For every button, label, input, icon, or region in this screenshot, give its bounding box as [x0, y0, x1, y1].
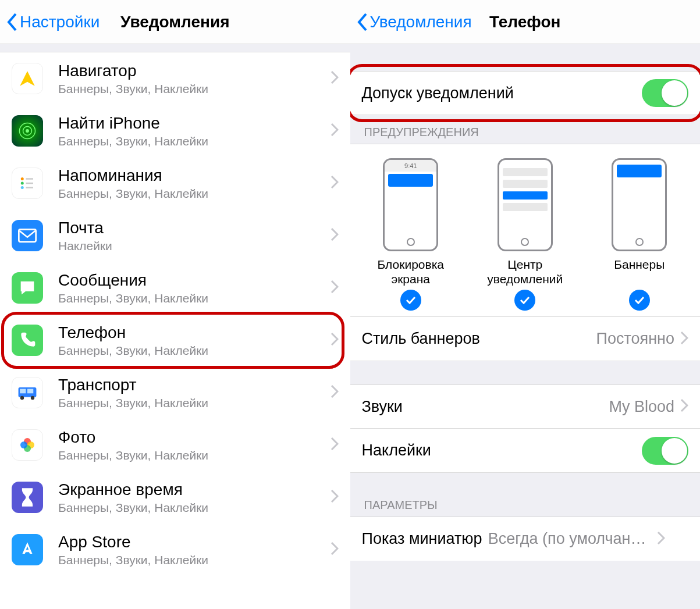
chevron-right-icon [331, 384, 339, 401]
app-row-phone[interactable]: Телефон Баннеры, Звуки, Наклейки [0, 314, 350, 366]
app-subtitle: Баннеры, Звуки, Наклейки [58, 396, 331, 410]
chevron-right-icon [331, 437, 339, 453]
svg-point-13 [20, 396, 24, 400]
alert-type-label: Блокировка экрана [358, 257, 463, 286]
back-label: Уведомления [370, 13, 472, 31]
checkmark-icon[interactable] [514, 290, 535, 311]
app-name: Телефон [58, 323, 331, 343]
svg-rect-9 [19, 229, 35, 241]
app-subtitle: Баннеры, Звуки, Наклейки [58, 501, 331, 515]
transport-icon [12, 377, 43, 408]
alert-type-lock[interactable]: 9:41 Блокировка экрана [358, 158, 463, 311]
app-row-transport[interactable]: Транспорт Баннеры, Звуки, Наклейки [0, 366, 350, 419]
alerts-header: ПРЕДУПРЕЖДЕНИЯ [350, 115, 701, 144]
back-button[interactable]: Настройки [6, 12, 100, 32]
app-name: Фото [58, 428, 331, 447]
app-subtitle: Баннеры, Звуки, Наклейки [58, 448, 331, 462]
reminders-icon [12, 168, 43, 199]
badges-cell[interactable]: Наклейки [350, 429, 701, 473]
sounds-value: My Blood [609, 398, 674, 416]
alert-preview-icon: 9:41 [383, 158, 438, 251]
svg-rect-12 [27, 389, 33, 394]
svg-point-2 [26, 129, 29, 133]
messages-icon [12, 272, 43, 304]
app-subtitle: Баннеры, Звуки, Наклейки [58, 187, 331, 201]
photos-icon [12, 429, 43, 461]
app-subtitle: Баннеры, Звуки, Наклейки [58, 553, 331, 567]
app-name: Напоминания [58, 166, 331, 186]
nav-bar: Уведомления Телефон [350, 0, 701, 44]
banner-style-cell[interactable]: Стиль баннеров Постоянно [350, 316, 701, 361]
chevron-right-icon [331, 123, 339, 139]
sounds-cell[interactable]: Звуки My Blood [350, 384, 701, 429]
previews-label: Показ миниатюр [362, 530, 482, 548]
page-title: Уведомления [120, 13, 229, 31]
previews-cell[interactable]: Показ миниатюр Всегда (по умолчани... [350, 517, 701, 561]
chevron-right-icon [680, 398, 688, 415]
appstore-icon [12, 534, 43, 565]
app-subtitle: Баннеры, Звуки, Наклейки [58, 344, 331, 358]
chevron-right-icon [331, 332, 339, 348]
chevron-right-icon [331, 70, 339, 87]
notifications-list-pane: Настройки Уведомления Навигатор Баннеры,… [0, 0, 350, 609]
chevron-right-icon [331, 542, 339, 558]
app-name: App Store [58, 532, 331, 552]
allow-label: Допуск уведомлений [362, 84, 642, 102]
app-row-messages[interactable]: Сообщения Баннеры, Звуки, Наклейки [0, 262, 350, 314]
svg-point-3 [21, 177, 24, 180]
svg-rect-11 [20, 389, 26, 394]
app-row-appstore[interactable]: App Store Баннеры, Звуки, Наклейки [0, 523, 350, 576]
app-row-navigator[interactable]: Навигатор Баннеры, Звуки, Наклейки [0, 52, 350, 105]
app-row-find[interactable]: Найти iPhone Баннеры, Звуки, Наклейки [0, 105, 350, 157]
chevron-left-icon [6, 12, 19, 32]
app-name: Сообщения [58, 270, 331, 290]
badges-label: Наклейки [362, 441, 642, 460]
nav-bar: Настройки Уведомления [0, 0, 350, 44]
app-name: Найти iPhone [58, 113, 331, 133]
options-header: ПАРАМЕТРЫ [350, 473, 701, 517]
checkmark-icon[interactable] [400, 290, 421, 311]
back-label: Настройки [20, 13, 100, 31]
alert-type-label: Баннеры [614, 257, 665, 286]
alert-type-label: Центр уведомлений [472, 257, 577, 286]
phone-notifications-pane: Уведомления Телефон Допуск уведомлений П… [350, 0, 701, 609]
chevron-right-icon [657, 531, 665, 547]
app-row-mail[interactable]: Почта Наклейки [0, 209, 350, 262]
alert-preview-icon [498, 158, 553, 251]
app-name: Транспорт [58, 375, 331, 395]
previews-value: Всегда (по умолчани... [488, 530, 651, 548]
app-row-reminders[interactable]: Напоминания Баннеры, Звуки, Наклейки [0, 157, 350, 209]
page-title: Телефон [489, 13, 560, 31]
navigator-icon [12, 63, 43, 94]
sounds-label: Звуки [362, 398, 609, 416]
allow-notifications-cell[interactable]: Допуск уведомлений [350, 71, 701, 115]
svg-point-5 [21, 186, 24, 189]
chevron-right-icon [331, 227, 339, 244]
badges-toggle[interactable] [642, 437, 688, 465]
app-row-screentime[interactable]: Экранное время Баннеры, Звуки, Наклейки [0, 471, 350, 523]
banner-style-value: Постоянно [596, 330, 674, 348]
alert-type-banners[interactable]: Баннеры [587, 158, 692, 311]
chevron-right-icon [331, 489, 339, 505]
app-row-photos[interactable]: Фото Баннеры, Звуки, Наклейки [0, 419, 350, 471]
allow-toggle[interactable] [642, 79, 688, 107]
alert-type-center[interactable]: Центр уведомлений [472, 158, 577, 311]
chevron-right-icon [331, 175, 339, 191]
phone-icon [12, 325, 43, 356]
banner-style-label: Стиль баннеров [362, 330, 596, 348]
svg-point-4 [21, 182, 24, 185]
app-subtitle: Баннеры, Звуки, Наклейки [58, 82, 331, 96]
detail-body: Допуск уведомлений ПРЕДУПРЕЖДЕНИЯ 9:41 Б… [350, 44, 701, 609]
app-list: Навигатор Баннеры, Звуки, Наклейки Найти… [0, 44, 350, 609]
app-name: Экранное время [58, 480, 331, 500]
app-subtitle: Наклейки [58, 239, 331, 253]
app-subtitle: Баннеры, Звуки, Наклейки [58, 134, 331, 148]
svg-point-18 [20, 441, 27, 448]
mail-icon [12, 220, 43, 251]
back-button[interactable]: Уведомления [356, 12, 472, 32]
alert-preview-icon [612, 158, 667, 251]
app-subtitle: Баннеры, Звуки, Наклейки [58, 291, 331, 305]
chevron-left-icon [356, 12, 369, 32]
app-name: Навигатор [58, 61, 331, 81]
checkmark-icon[interactable] [629, 290, 650, 311]
